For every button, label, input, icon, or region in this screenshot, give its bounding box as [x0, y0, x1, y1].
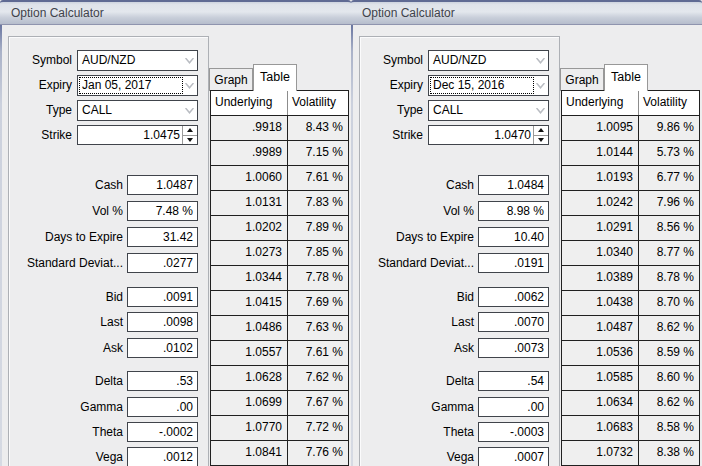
underlying-cell: 1.0415 [211, 291, 288, 315]
table-row[interactable]: 1.0770 7.72 % [211, 416, 348, 441]
table-row[interactable]: 1.0683 8.58 % [562, 416, 699, 441]
volatility-cell: 8.60 % [639, 366, 699, 390]
type-combobox[interactable]: CALL [428, 100, 549, 121]
table-row[interactable]: 1.0193 6.77 % [562, 166, 699, 191]
chevron-down-icon[interactable] [183, 52, 196, 69]
table-row[interactable]: 1.0628 7.62 % [211, 366, 348, 391]
volatility-cell: 8.77 % [639, 241, 699, 265]
bid-field[interactable]: .0091 [127, 287, 198, 307]
underlying-cell: 1.0683 [562, 416, 639, 440]
vol-field[interactable]: 8.98 % [478, 201, 549, 221]
volatility-cell: 8.59 % [639, 341, 699, 365]
table-row[interactable]: 1.0291 8.56 % [562, 216, 699, 241]
window-titlebar[interactable]: Option Calculator [351, 0, 702, 25]
table-row[interactable]: 1.0095 9.86 % [562, 116, 699, 141]
chevron-down-icon[interactable] [534, 102, 547, 119]
vega-field[interactable]: .0007 [478, 447, 549, 466]
days-to-expire-field[interactable]: 10.40 [478, 227, 549, 247]
ask-label: Ask [6, 338, 123, 358]
table-row[interactable]: 1.0389 8.78 % [562, 266, 699, 291]
gamma-field[interactable]: .00 [478, 397, 549, 417]
table-row[interactable]: 1.0144 5.73 % [562, 141, 699, 166]
volatility-cell: 7.67 % [288, 391, 348, 415]
standard-deviation-field[interactable]: .0277 [127, 253, 198, 273]
tab-graph[interactable]: Graph [560, 68, 604, 91]
spin-down-button[interactable] [534, 136, 548, 145]
chevron-down-icon[interactable] [534, 77, 547, 94]
last-label: Last [357, 312, 474, 332]
table-row[interactable]: 1.0486 7.63 % [211, 316, 348, 341]
table-row[interactable]: 1.0060 7.61 % [211, 166, 348, 191]
table-row[interactable]: 1.0340 8.77 % [562, 241, 699, 266]
vol-field[interactable]: 7.48 % [127, 201, 198, 221]
volatility-cell: 9.86 % [639, 116, 699, 140]
spin-up-button[interactable] [183, 126, 197, 136]
vega-field[interactable]: .0012 [127, 447, 198, 466]
tab-table[interactable]: Table [253, 64, 297, 91]
table-row[interactable]: 1.0344 7.78 % [211, 266, 348, 291]
table-row[interactable]: 1.0242 7.96 % [562, 191, 699, 216]
theta-field[interactable]: -.0003 [478, 422, 549, 442]
ask-field[interactable]: .0102 [127, 338, 198, 358]
table-row[interactable]: 1.0438 8.70 % [562, 291, 699, 316]
type-label: Type [6, 100, 72, 120]
table-row[interactable]: .9918 8.43 % [211, 116, 348, 141]
underlying-cell: 1.0095 [562, 116, 639, 140]
underlying-cell: 1.0144 [562, 141, 639, 165]
last-label: Last [6, 312, 123, 332]
delta-field[interactable]: .54 [478, 371, 549, 391]
table-row[interactable]: 1.0732 8.38 % [562, 441, 699, 466]
table-body: 1.0095 9.86 % 1.0144 5.73 % 1.0193 6.77 … [562, 116, 699, 466]
strike-spinner[interactable]: 1.0475 [77, 125, 198, 145]
table-row[interactable]: 1.0536 8.59 % [562, 341, 699, 366]
window-titlebar[interactable]: Option Calculator [0, 0, 351, 25]
table-row[interactable]: 1.0487 8.62 % [562, 316, 699, 341]
symbol-label: Symbol [6, 50, 72, 70]
cash-field[interactable]: 1.0487 [127, 175, 198, 195]
volatility-cell: 8.38 % [639, 441, 699, 465]
table-row[interactable]: 1.0585 8.60 % [562, 366, 699, 391]
bid-field[interactable]: .0062 [478, 287, 549, 307]
type-combobox[interactable]: CALL [77, 100, 198, 121]
last-field[interactable]: .0098 [127, 312, 198, 332]
column-header-underlying: Underlying [211, 91, 288, 115]
chevron-down-icon[interactable] [534, 52, 547, 69]
chevron-down-icon[interactable] [183, 77, 196, 94]
table-row[interactable]: 1.0557 7.61 % [211, 341, 348, 366]
tab-graph[interactable]: Graph [209, 68, 253, 91]
delta-field[interactable]: .53 [127, 371, 198, 391]
cash-field[interactable]: 1.0484 [478, 175, 549, 195]
ask-field[interactable]: .0073 [478, 338, 549, 358]
volatility-cell: 7.69 % [288, 291, 348, 315]
volatility-cell: 6.77 % [639, 166, 699, 190]
standard-deviation-label: Standard Deviat... [357, 253, 474, 273]
table-row[interactable]: 1.0699 7.67 % [211, 391, 348, 416]
table-row[interactable]: 1.0841 7.76 % [211, 441, 348, 466]
table-row[interactable]: .9989 7.15 % [211, 141, 348, 166]
strike-spinner[interactable]: 1.0470 [428, 125, 549, 145]
theta-field[interactable]: -.0002 [127, 422, 198, 442]
table-row[interactable]: 1.0131 7.83 % [211, 191, 348, 216]
underlying-cell: 1.0193 [562, 166, 639, 190]
symbol-combobox[interactable]: AUD/NZD [77, 50, 198, 71]
expiry-combobox[interactable]: Jan 05, 2017 [77, 75, 198, 96]
symbol-combobox[interactable]: AUD/NZD [428, 50, 549, 71]
tab-table[interactable]: Table [604, 64, 648, 91]
table-row[interactable]: 1.0273 7.85 % [211, 241, 348, 266]
spin-up-button[interactable] [534, 126, 548, 136]
spin-down-button[interactable] [183, 136, 197, 145]
chevron-down-icon[interactable] [183, 102, 196, 119]
volatility-cell: 7.96 % [639, 191, 699, 215]
standard-deviation-field[interactable]: .0191 [478, 253, 549, 273]
gamma-field[interactable]: .00 [127, 397, 198, 417]
days-to-expire-field[interactable]: 31.42 [127, 227, 198, 247]
table-row[interactable]: 1.0202 7.89 % [211, 216, 348, 241]
expiry-combobox[interactable]: Dec 15, 2016 [428, 75, 549, 96]
table-row[interactable]: 1.0415 7.69 % [211, 291, 348, 316]
up-arrow-icon [187, 128, 193, 132]
underlying-cell: 1.0486 [211, 316, 288, 340]
down-arrow-icon [538, 138, 544, 142]
table-row[interactable]: 1.0634 8.62 % [562, 391, 699, 416]
last-field[interactable]: .0070 [478, 312, 549, 332]
vol-label: Vol % [357, 201, 474, 221]
